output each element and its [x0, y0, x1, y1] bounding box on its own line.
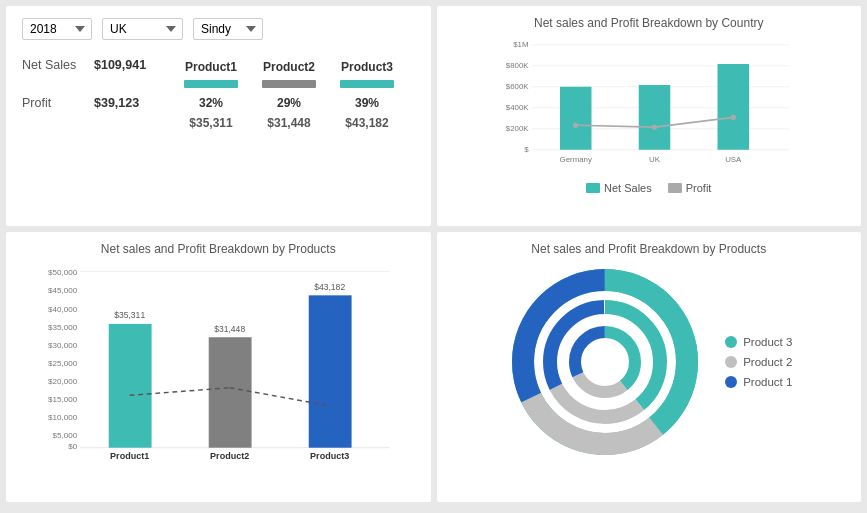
product1-bar-container — [172, 80, 250, 88]
product3-header: Product3 — [328, 60, 406, 74]
product1-header: Product1 — [172, 60, 250, 74]
svg-text:$600K: $600K — [505, 82, 528, 91]
donut-chart-card: Net sales and Profit Breakdown by Produc… — [437, 232, 862, 502]
product2-header: Product2 — [250, 60, 328, 74]
donut-legend-p2: Product 2 — [725, 356, 792, 368]
svg-text:$35,000: $35,000 — [48, 323, 78, 332]
dashboard: 2018 2017 2019 UK Germany USA Sindy John… — [0, 0, 867, 513]
products-bar-svg: $50,000 $45,000 $40,000 $35,000 $30,000 … — [20, 262, 417, 462]
svg-text:$25,000: $25,000 — [48, 359, 78, 368]
donut-legend: Product 3 Product 2 Product 1 — [725, 336, 792, 388]
product3-minibar — [340, 80, 394, 88]
product1-pct: 32% — [172, 96, 250, 110]
svg-text:Product2: Product2 — [210, 451, 249, 461]
products-bar-title: Net sales and Profit Breakdown by Produc… — [20, 242, 417, 256]
svg-text:Germany: Germany — [559, 155, 591, 164]
legend-net-sales-label: Net Sales — [604, 182, 652, 194]
svg-text:$: $ — [524, 145, 529, 154]
product1-minibar — [184, 80, 238, 88]
donut-p2-dot — [725, 356, 737, 368]
svg-text:$40,000: $40,000 — [48, 305, 78, 314]
profit-row: Profit $39,123 32% 29% 39% — [22, 96, 415, 110]
svg-text:$10,000: $10,000 — [48, 413, 78, 422]
svg-text:$5,000: $5,000 — [53, 431, 78, 440]
mini-bars-row — [172, 80, 415, 88]
person-filter[interactable]: Sindy John Alice — [193, 18, 263, 40]
donut-legend-p1: Product 1 — [725, 376, 792, 388]
country-chart-title: Net sales and Profit Breakdown by Countr… — [451, 16, 848, 30]
donut-legend-p3: Product 3 — [725, 336, 792, 348]
svg-text:$200K: $200K — [505, 124, 528, 133]
product1-amt: $35,311 — [172, 116, 250, 130]
legend-net-sales-dot — [586, 183, 600, 193]
products-headers: Product1 Product2 Product3 — [172, 60, 406, 74]
country-chart-svg: $1M $800K $600K $400K $200K $ — [451, 36, 848, 176]
product3-pct: 39% — [328, 96, 406, 110]
germany-bar — [560, 87, 592, 150]
svg-text:$31,448: $31,448 — [214, 324, 245, 334]
profit-dot-uk — [651, 124, 656, 129]
product2-pct: 29% — [250, 96, 328, 110]
svg-text:$400K: $400K — [505, 103, 528, 112]
pct-row: 32% 29% 39% — [172, 96, 406, 110]
profit-dot-usa — [730, 115, 735, 120]
profit-value: $39,123 — [94, 96, 172, 110]
net-sales-value: $109,941 — [94, 58, 172, 72]
products-bar-card: Net sales and Profit Breakdown by Produc… — [6, 232, 431, 502]
svg-text:$30,000: $30,000 — [48, 341, 78, 350]
products-bar-chart: $50,000 $45,000 $40,000 $35,000 $30,000 … — [20, 262, 417, 462]
donut-p1-dot — [725, 376, 737, 388]
svg-text:$15,000: $15,000 — [48, 395, 78, 404]
donut-p1-label: Product 1 — [743, 376, 792, 388]
net-sales-row: Net Sales $109,941 Product1 Product2 Pro… — [22, 56, 415, 74]
country-bar-chart: $1M $800K $600K $400K $200K $ — [451, 36, 848, 176]
svg-text:Product3: Product3 — [310, 451, 349, 461]
donut-p3-label: Product 3 — [743, 336, 792, 348]
summary-card: 2018 2017 2019 UK Germany USA Sindy John… — [6, 6, 431, 226]
usa-bar — [717, 64, 749, 150]
legend-net-sales: Net Sales — [586, 182, 652, 194]
svg-text:$20,000: $20,000 — [48, 377, 78, 386]
svg-text:UK: UK — [649, 155, 661, 164]
product2-minibar — [262, 80, 316, 88]
filters-row: 2018 2017 2019 UK Germany USA Sindy John… — [22, 18, 415, 40]
svg-text:$35,311: $35,311 — [114, 310, 145, 320]
legend-profit-dot — [668, 183, 682, 193]
net-sales-label: Net Sales — [22, 58, 94, 72]
svg-text:$43,182: $43,182 — [314, 282, 345, 292]
svg-text:$800K: $800K — [505, 61, 528, 70]
profit-label: Profit — [22, 96, 94, 110]
profit-dot-germany — [573, 123, 578, 128]
country-filter[interactable]: UK Germany USA — [102, 18, 183, 40]
product3-bar-container — [328, 80, 406, 88]
svg-text:$0: $0 — [68, 442, 77, 451]
legend-profit-label: Profit — [686, 182, 712, 194]
product3-bar — [309, 295, 352, 447]
donut-svg — [505, 262, 705, 462]
product2-bar-container — [250, 80, 328, 88]
svg-text:$50,000: $50,000 — [48, 268, 78, 277]
year-filter[interactable]: 2018 2017 2019 — [22, 18, 92, 40]
product2-bar — [209, 337, 252, 447]
legend-profit: Profit — [668, 182, 712, 194]
svg-text:$45,000: $45,000 — [48, 286, 78, 295]
svg-text:USA: USA — [725, 155, 742, 164]
product2-amt: $31,448 — [250, 116, 328, 130]
country-chart-card: Net sales and Profit Breakdown by Countr… — [437, 6, 862, 226]
svg-text:$1M: $1M — [513, 40, 528, 49]
product3-amt: $43,182 — [328, 116, 406, 130]
country-chart-legend: Net Sales Profit — [451, 182, 848, 194]
donut-container: Product 3 Product 2 Product 1 — [451, 262, 848, 462]
metrics-section: Net Sales $109,941 Product1 Product2 Pro… — [22, 56, 415, 214]
svg-text:Product1: Product1 — [110, 451, 149, 461]
donut-p3-dot — [725, 336, 737, 348]
donut-chart-title: Net sales and Profit Breakdown by Produc… — [451, 242, 848, 256]
uk-bar — [638, 85, 670, 150]
donut-p2-label: Product 2 — [743, 356, 792, 368]
product1-bar — [109, 324, 152, 448]
amounts-row: $35,311 $31,448 $43,182 — [172, 116, 415, 130]
